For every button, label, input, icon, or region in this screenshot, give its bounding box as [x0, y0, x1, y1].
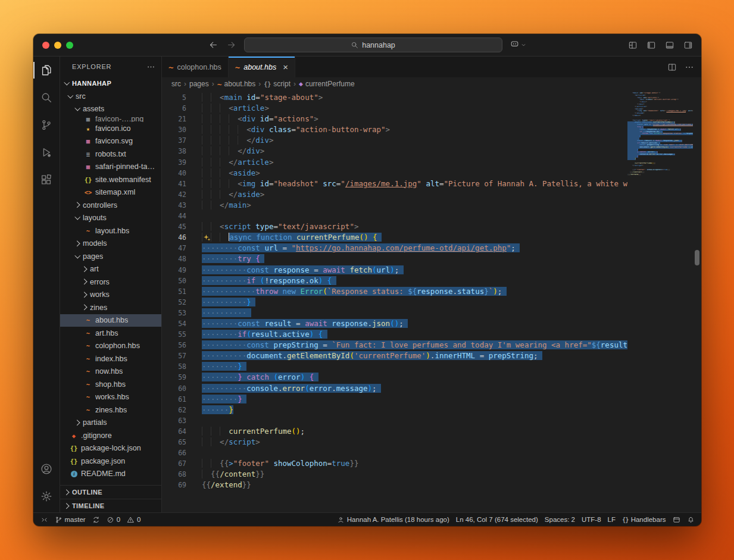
line-number[interactable]: 46 [162, 232, 186, 243]
code-line-47[interactable]: 47········const url = "https://go.hannah… [162, 243, 701, 254]
toggle-secondary-sidebar-icon[interactable] [683, 40, 693, 50]
git-branch-indicator[interactable]: master [51, 513, 89, 526]
activity-bar-item-manage-settings[interactable] [33, 483, 59, 510]
line-number[interactable]: 44 [162, 211, 186, 221]
toggle-primary-sidebar-icon[interactable] [646, 40, 656, 50]
code-line-62[interactable]: 62······} [162, 405, 701, 415]
line-number[interactable]: 5 [162, 92, 186, 103]
line-number[interactable]: 62 [162, 405, 186, 415]
tree-item-about.hbs[interactable]: ~about.hbs [60, 314, 161, 327]
tree-item-zines[interactable]: zines [60, 301, 161, 314]
sync-changes-button[interactable] [89, 513, 103, 526]
line-number[interactable]: 66 [162, 448, 186, 458]
line-number[interactable]: 45 [162, 221, 186, 232]
copilot-menu-button[interactable] [510, 39, 527, 51]
line-number[interactable]: 21 [162, 114, 186, 124]
more-actions-icon[interactable] [685, 62, 694, 72]
overview-ruler[interactable] [693, 90, 701, 512]
line-number[interactable]: 59 [162, 372, 186, 383]
tree-item-shop.hbs[interactable]: ~shop.hbs [60, 378, 161, 391]
code-line-5[interactable]: 5 <main id="stage-about"> [162, 92, 701, 103]
customize-layout-icon[interactable] [628, 40, 638, 50]
line-number[interactable]: 51 [162, 286, 186, 297]
breadcrumb-item-about.hbs[interactable]: ~about.hbs [217, 80, 256, 89]
line-number[interactable]: 61 [162, 394, 186, 405]
scrollbar-thumb[interactable] [695, 250, 699, 265]
code-line-56[interactable]: 56··········const prepString = `Fun fact… [162, 340, 701, 351]
git-blame-indicator[interactable]: Hannah A. Patellis (18 hours ago) [333, 513, 452, 526]
tree-item-sitemap.xml[interactable]: <>sitemap.xml [60, 186, 161, 199]
code-line-64[interactable]: 64 currentPerfume(); [162, 426, 701, 437]
activity-bar-item-source-control[interactable] [33, 111, 59, 139]
code-line-51[interactable]: 51············throw new Error(`Response … [162, 286, 701, 297]
errors-indicator[interactable]: 0 [103, 513, 123, 526]
tree-item-now.hbs[interactable]: ~now.hbs [60, 365, 161, 378]
tree-item-models[interactable]: models [60, 237, 161, 251]
activity-bar-item-accounts[interactable] [33, 455, 59, 483]
line-number[interactable]: 50 [162, 276, 186, 286]
activity-bar-item-run-and-debug[interactable] [33, 139, 59, 166]
minimap[interactable]: <main id="stage-about"> <article> <div i… [627, 92, 693, 512]
line-number[interactable]: 57 [162, 351, 186, 361]
copilot-sparkle-icon[interactable] [203, 234, 211, 242]
code-line-55[interactable]: 55········if(result.active) { [162, 329, 701, 340]
tree-item-pages[interactable]: pages [60, 250, 161, 263]
sidebar-more-actions-icon[interactable] [146, 62, 155, 71]
open-in-browser-button[interactable] [669, 513, 683, 526]
code-line-67[interactable]: 67 {{>"footer" showColophon=true}} [162, 458, 701, 469]
code-line-21[interactable]: 21 <div id="actions"> [162, 114, 701, 124]
line-number[interactable]: 49 [162, 265, 186, 276]
code-line-44[interactable]: 44 [162, 211, 701, 221]
code-line-66[interactable]: 66 [162, 448, 701, 458]
code-line-46[interactable]: 46 async function currentPerfume() { [162, 232, 701, 243]
zoom-window-button[interactable] [66, 42, 73, 49]
line-number[interactable]: 42 [162, 189, 186, 200]
tree-item-works.hbs[interactable]: ~works.hbs [60, 391, 161, 404]
line-number[interactable]: 30 [162, 124, 186, 135]
tree-item-art[interactable]: art [60, 263, 161, 276]
line-number[interactable]: 40 [162, 168, 186, 179]
code-line-39[interactable]: 39 </article> [162, 157, 701, 168]
tree-item-robots.txt[interactable]: ≡robots.txt [60, 148, 161, 161]
navigate-forward-button[interactable] [226, 40, 237, 51]
code-line-57[interactable]: 57··········document.getElementById('cur… [162, 351, 701, 361]
line-number[interactable]: 63 [162, 415, 186, 426]
code-line-61[interactable]: 61········} [162, 394, 701, 405]
indentation-indicator[interactable]: Spaces: 2 [541, 513, 578, 526]
tree-item-errors[interactable]: errors [60, 276, 161, 289]
tree-item-README.md[interactable]: iREADME.md [60, 468, 161, 481]
code-line-30[interactable]: 30 <div class="action-button-wrap"> [162, 124, 701, 135]
code-line-68[interactable]: 68 {{/content}} [162, 469, 701, 480]
code-line-42[interactable]: 42 </aside> [162, 189, 701, 200]
line-number[interactable]: 68 [162, 469, 186, 480]
tree-item-controllers[interactable]: controllers [60, 199, 161, 212]
tree-item-package-lock.json[interactable]: {}package-lock.json [60, 442, 161, 455]
code-line-60[interactable]: 60··········console.error(error.message)… [162, 383, 701, 394]
line-number[interactable]: 6 [162, 103, 186, 114]
language-mode-indicator[interactable]: {}Handlebars [619, 513, 669, 526]
line-number[interactable]: 55 [162, 329, 186, 340]
code-editor[interactable]: 5 <main id="stage-about">6 <article>21 <… [162, 90, 701, 512]
tree-item-works[interactable]: works [60, 289, 161, 302]
encoding-indicator[interactable]: UTF-8 [579, 513, 605, 526]
close-icon[interactable]: × [283, 62, 288, 71]
line-number[interactable]: 54 [162, 318, 186, 329]
tree-item-safari-pinned-tab....[interactable]: ■safari-pinned-tab.... [60, 161, 161, 174]
line-number[interactable]: 58 [162, 361, 186, 372]
line-number[interactable]: 41 [162, 179, 186, 189]
line-number[interactable]: 64 [162, 426, 186, 437]
close-window-button[interactable] [42, 42, 49, 49]
code-line-40[interactable]: 40 <aside> [162, 168, 701, 179]
tree-item-favicon.svg[interactable]: ■favicon.svg [60, 135, 161, 148]
breadcrumb-item-src[interactable]: src [171, 80, 181, 88]
tab-about.hbs[interactable]: ~about.hbs× [229, 57, 295, 77]
tree-item-src[interactable]: src [60, 90, 161, 103]
notifications-bell-button[interactable] [683, 513, 698, 526]
tree-item-site.webmanifest[interactable]: {}site.webmanifest [60, 173, 161, 186]
tree-item-.gitignore[interactable]: ◆.gitignore [60, 429, 161, 442]
eol-indicator[interactable]: LF [604, 513, 619, 526]
tree-item-favicon.ico[interactable]: ★favicon.ico [60, 122, 161, 135]
line-number[interactable]: 67 [162, 458, 186, 469]
minimize-window-button[interactable] [54, 42, 61, 49]
line-number[interactable]: 53 [162, 308, 186, 318]
